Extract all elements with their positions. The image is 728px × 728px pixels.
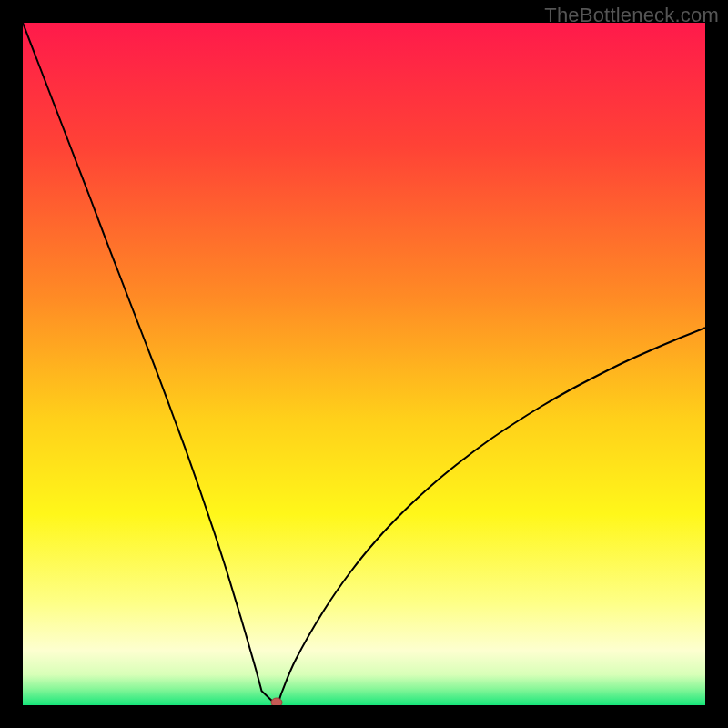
bottleneck-chart [23,23,705,705]
optimal-point-marker [271,698,282,705]
gradient-background [23,23,705,705]
chart-container: TheBottleneck.com [0,0,728,728]
